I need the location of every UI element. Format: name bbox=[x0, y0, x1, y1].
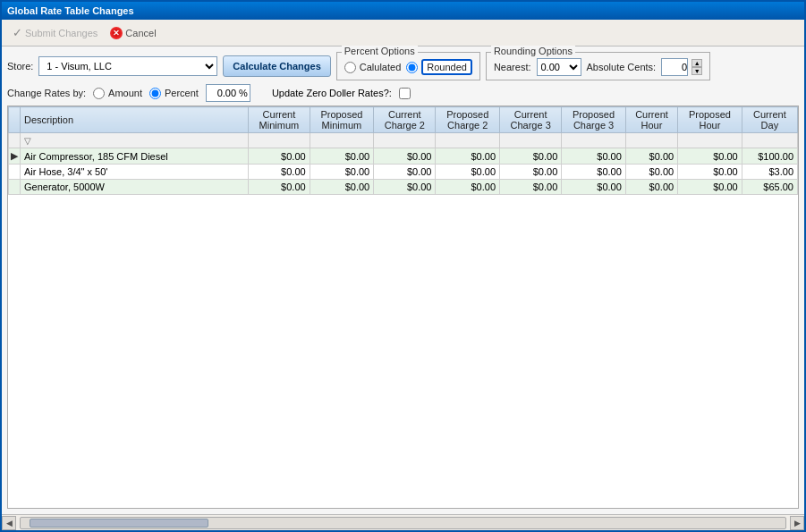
scrollbar-track[interactable] bbox=[20, 517, 786, 529]
col-arrow bbox=[9, 107, 21, 133]
nearest-select[interactable]: 0.00 bbox=[537, 58, 581, 76]
col-proposed-min: ProposedMinimum bbox=[310, 107, 374, 133]
update-zero-label: Update Zero Doller Rates?: bbox=[272, 88, 392, 98]
update-zero-checkbox[interactable] bbox=[399, 88, 411, 99]
cancel-icon: ✕ bbox=[110, 27, 123, 39]
calculated-radio[interactable] bbox=[344, 62, 356, 73]
filter-arrow-cell bbox=[9, 133, 21, 148]
percent-options-group: Percent Options Calulated Rounded bbox=[336, 52, 480, 80]
submit-label: Submit Changes bbox=[25, 28, 98, 38]
calculated-radio-group: Calulated bbox=[344, 62, 401, 73]
rounded-radio[interactable] bbox=[406, 62, 418, 73]
rounding-options-title: Rounding Options bbox=[491, 46, 575, 56]
calculate-changes-button[interactable]: Calculate Changes bbox=[223, 55, 330, 77]
table-row: ▶Air Compressor, 185 CFM Diesel$0.00$0.0… bbox=[9, 148, 798, 165]
nearest-label: Nearest: bbox=[494, 62, 531, 72]
spin-down[interactable]: ▼ bbox=[691, 67, 702, 75]
spin-up[interactable]: ▲ bbox=[691, 59, 702, 67]
check-icon: ✓ bbox=[13, 26, 22, 39]
amount-radio-group: Amount bbox=[93, 88, 142, 99]
scroll-right-button[interactable]: ▶ bbox=[790, 516, 804, 530]
amount-label: Amount bbox=[108, 88, 142, 98]
horizontal-scrollbar: ◀ ▶ bbox=[2, 514, 804, 530]
col-proposed-hour: ProposedHour bbox=[678, 107, 742, 133]
table-body: ▽ ▶Air Compressor, 185 CFM Diesel$0.00$0… bbox=[9, 133, 798, 195]
absolute-cents-input[interactable] bbox=[661, 58, 688, 76]
calculated-label: Calulated bbox=[360, 62, 401, 72]
col-current-min: CurrentMinimum bbox=[249, 107, 310, 133]
scroll-left-button[interactable]: ◀ bbox=[2, 516, 16, 530]
filter-icon: ▽ bbox=[24, 136, 31, 146]
scrollbar-thumb[interactable] bbox=[30, 519, 208, 528]
filter-desc-cell: ▽ bbox=[21, 133, 249, 148]
percent-options-title: Percent Options bbox=[342, 46, 418, 56]
data-table: Description CurrentMinimum ProposedMinim… bbox=[8, 106, 798, 195]
top-options-row: Store: 1 - Visum, LLC Calculate Changes … bbox=[7, 52, 799, 80]
filter-row: ▽ bbox=[9, 133, 798, 148]
rounding-options-group: Rounding Options Nearest: 0.00 Absolute … bbox=[486, 52, 710, 80]
table-row: Generator, 5000W$0.00$0.00$0.00$0.00$0.0… bbox=[9, 180, 798, 195]
col-current-day: CurrentDay bbox=[742, 107, 797, 133]
col-current-charge3: CurrentCharge 3 bbox=[500, 107, 562, 133]
store-row: Store: 1 - Visum, LLC Calculate Changes bbox=[7, 52, 331, 80]
window-title: Global Rate Table Changes bbox=[7, 5, 134, 16]
data-table-container: Description CurrentMinimum ProposedMinim… bbox=[7, 106, 799, 509]
second-row: Change Rates by: Amount Percent Update Z… bbox=[7, 84, 799, 102]
col-description: Description bbox=[21, 107, 249, 133]
content-area: Store: 1 - Visum, LLC Calculate Changes … bbox=[2, 46, 804, 514]
col-current-hour: CurrentHour bbox=[625, 107, 677, 133]
table-header-row: Description CurrentMinimum ProposedMinim… bbox=[9, 107, 798, 133]
title-bar: Global Rate Table Changes bbox=[2, 2, 804, 20]
cancel-label: Cancel bbox=[125, 28, 156, 38]
cancel-button[interactable]: ✕ Cancel bbox=[106, 25, 159, 41]
main-window: Global Rate Table Changes ✓ Submit Chang… bbox=[0, 0, 806, 532]
submit-changes-button[interactable]: ✓ Submit Changes bbox=[9, 24, 101, 41]
rounded-label: Rounded bbox=[421, 62, 472, 72]
col-proposed-charge3: ProposedCharge 3 bbox=[562, 107, 626, 133]
percent-value-input[interactable] bbox=[206, 84, 250, 102]
amount-radio[interactable] bbox=[93, 88, 105, 99]
absolute-cents-label: Absolute Cents: bbox=[587, 62, 657, 72]
store-label: Store: bbox=[7, 61, 33, 72]
table-row: Air Hose, 3/4" x 50'$0.00$0.00$0.00$0.00… bbox=[9, 165, 798, 180]
percent-radio-group: Percent bbox=[149, 88, 199, 99]
store-select[interactable]: 1 - Visum, LLC bbox=[38, 56, 217, 76]
rounded-radio-group: Rounded bbox=[406, 62, 472, 73]
percent-label: Percent bbox=[165, 88, 199, 98]
change-rates-label: Change Rates by: bbox=[7, 88, 86, 98]
col-proposed-charge2: ProposedCharge 2 bbox=[436, 107, 500, 133]
percent-radio[interactable] bbox=[149, 88, 161, 99]
toolbar: ✓ Submit Changes ✕ Cancel bbox=[2, 20, 804, 46]
col-current-charge2: CurrentCharge 2 bbox=[374, 107, 436, 133]
